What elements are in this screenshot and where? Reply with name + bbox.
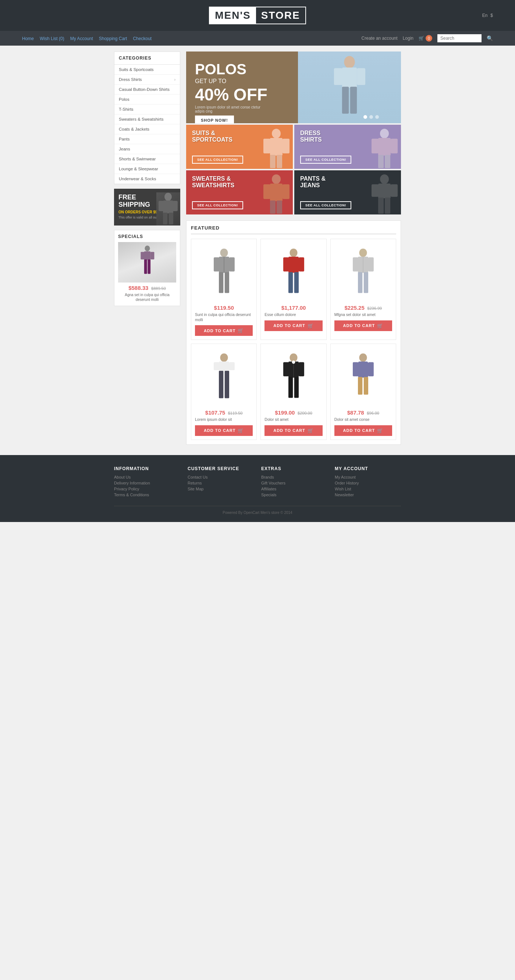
- product-card-1: $119.50 Sunt in culpa qui officia deseru…: [191, 239, 257, 340]
- coll-sweaters-btn[interactable]: SEE ALL COLLECTION!: [192, 201, 243, 209]
- nav-wishlist[interactable]: Wish List (0): [40, 36, 64, 41]
- svg-rect-34: [270, 200, 275, 214]
- price-row-6: $87.78 $96.00: [334, 409, 392, 416]
- footer-myaccount[interactable]: My Account: [335, 475, 401, 479]
- svg-rect-61: [364, 272, 368, 293]
- svg-rect-3: [173, 201, 178, 211]
- coll-pants-btn[interactable]: SEE ALL COLLECTION!: [300, 201, 351, 209]
- svg-point-42: [220, 248, 228, 257]
- footer-specials[interactable]: Specials: [261, 493, 327, 497]
- svg-rect-45: [214, 257, 219, 272]
- footer-privacy[interactable]: Privacy Policy: [114, 487, 180, 491]
- shop-now-button[interactable]: SHOP NOW!: [195, 116, 234, 123]
- nav-checkout[interactable]: Checkout: [133, 36, 151, 41]
- collection-pants[interactable]: PANTS &JEANS SEE ALL COLLECTION!: [294, 170, 401, 215]
- search-input[interactable]: [437, 34, 482, 42]
- dot-2[interactable]: [369, 115, 373, 119]
- cat-polos[interactable]: Polos: [114, 95, 180, 105]
- banner-dots: [364, 115, 379, 119]
- footer-brands[interactable]: Brands: [261, 475, 327, 479]
- svg-point-6: [145, 245, 150, 251]
- cat-jeans[interactable]: Jeans: [114, 144, 180, 154]
- cat-underwear[interactable]: Underwear & Socks: [114, 174, 180, 184]
- collection-sweaters[interactable]: SWEATERS &SWEATSHIRTS SEE ALL COLLECTION…: [186, 170, 293, 215]
- coll-suits-title: SUITS &SPORTCOATS: [192, 130, 232, 143]
- collection-suits[interactable]: SUITS &SPORTCOATS SEE ALL COLLECTION!: [186, 125, 293, 169]
- hero-upto: GET UP TO: [195, 78, 269, 84]
- product-image-4: [195, 348, 253, 406]
- svg-rect-50: [288, 256, 299, 273]
- cat-lounge[interactable]: Lounge & Sleepwear: [114, 164, 180, 174]
- special-product[interactable]: $588.33 $889.50 Agna set in culpa qui of…: [118, 242, 176, 302]
- add-to-cart-6[interactable]: ADD TO CART 🛒: [334, 425, 392, 436]
- footer-orderhistory[interactable]: Order History: [335, 481, 401, 485]
- dot-1[interactable]: [364, 115, 367, 119]
- footer-returns[interactable]: Returns: [188, 481, 254, 485]
- svg-rect-35: [277, 200, 282, 214]
- svg-rect-77: [358, 361, 368, 377]
- add-to-cart-5[interactable]: ADD TO CART 🛒: [264, 425, 322, 436]
- footer-contact[interactable]: Contact Us: [188, 475, 254, 479]
- search-button[interactable]: 🔍: [487, 35, 493, 41]
- svg-rect-11: [148, 259, 151, 274]
- svg-rect-38: [372, 184, 378, 197]
- coll-dress-btn[interactable]: SEE ALL COLLECTION!: [300, 156, 351, 164]
- dot-3[interactable]: [375, 115, 379, 119]
- cart-icon-6: 🛒: [377, 428, 383, 433]
- svg-rect-31: [270, 184, 283, 201]
- cat-dress-shirts[interactable]: Dress Shirts›: [114, 75, 180, 84]
- svg-rect-5: [169, 213, 173, 224]
- currency-selector[interactable]: $: [490, 13, 493, 18]
- cat-coats[interactable]: Coats & Jackets: [114, 124, 180, 134]
- footer-wishlist[interactable]: Wish List: [335, 487, 401, 491]
- cat-sweaters[interactable]: Sweaters & Sweatshirts: [114, 115, 180, 124]
- product-name-6: Dolor sit amet conse: [334, 417, 392, 422]
- footer-delivery[interactable]: Delivery Information: [114, 481, 180, 485]
- svg-rect-20: [263, 139, 270, 153]
- footer-terms[interactable]: Terms & Conditions: [114, 493, 180, 497]
- footer-sitemap[interactable]: Site Map: [188, 487, 254, 491]
- cat-shorts[interactable]: Shorts & Swimwear: [114, 154, 180, 164]
- svg-point-18: [272, 129, 281, 138]
- cat-pants[interactable]: Pants: [114, 134, 180, 144]
- nav-right: Create an account Login 🛒 0 🔍: [362, 34, 493, 42]
- nav-links: Home Wish List (0) My Account Shopping C…: [22, 36, 362, 41]
- cart-button[interactable]: 🛒 0: [419, 35, 432, 41]
- nav-home[interactable]: Home: [22, 36, 34, 41]
- language-selector[interactable]: En: [482, 13, 488, 18]
- add-to-cart-1[interactable]: ADD TO CART 🛒: [195, 325, 253, 336]
- add-to-cart-4[interactable]: ADD TO CART 🛒: [195, 425, 253, 436]
- collection-dress-shirts[interactable]: DRESSSHIRTS SEE ALL COLLECTION!: [294, 125, 401, 169]
- svg-rect-4: [163, 213, 167, 224]
- coll-dress-title: DRESSSHIRTS: [300, 130, 322, 143]
- svg-point-30: [272, 174, 281, 184]
- logo[interactable]: MEN'S STORE: [209, 6, 306, 24]
- add-to-cart-2[interactable]: ADD TO CART 🛒: [264, 320, 322, 331]
- svg-rect-63: [219, 361, 229, 371]
- add-to-cart-3[interactable]: ADD TO CART 🛒: [334, 320, 392, 331]
- product-price-4: $107.75: [205, 409, 225, 416]
- footer-gift[interactable]: Gift Vouchers: [261, 481, 327, 485]
- product-image-1: [195, 243, 253, 302]
- product-name-3: Mfgna set dolor sit amet: [334, 312, 392, 317]
- svg-rect-28: [378, 155, 384, 168]
- cat-tshirts[interactable]: T-Shirts: [114, 105, 180, 115]
- svg-rect-26: [372, 139, 378, 153]
- add-to-cart-label-3: ADD TO CART: [343, 323, 375, 328]
- product-card-6: $87.78 $96.00 Dolor sit amet conse ADD T…: [330, 344, 396, 440]
- svg-rect-73: [288, 377, 293, 398]
- nav-cart[interactable]: Shopping Cart: [99, 36, 127, 41]
- nav-account[interactable]: My Account: [70, 36, 93, 41]
- main-nav: Home Wish List (0) My Account Shopping C…: [0, 31, 515, 46]
- login-link[interactable]: Login: [403, 36, 413, 41]
- footer-newsletter[interactable]: Newsletter: [335, 493, 401, 497]
- svg-rect-40: [378, 197, 384, 214]
- cat-casual[interactable]: Casual Button-Down Shirts: [114, 84, 180, 95]
- footer-about[interactable]: About Us: [114, 475, 180, 479]
- cat-suits[interactable]: Suits & Sportcoats: [114, 65, 180, 75]
- create-account-link[interactable]: Create an account: [362, 36, 397, 41]
- svg-rect-39: [391, 184, 397, 197]
- coll-suits-btn[interactable]: SEE ALL COLLECTION!: [192, 156, 243, 164]
- footer-affiliates[interactable]: Affiliates: [261, 487, 327, 491]
- product-name-4: Lorem ipsum dolor sit: [195, 417, 253, 422]
